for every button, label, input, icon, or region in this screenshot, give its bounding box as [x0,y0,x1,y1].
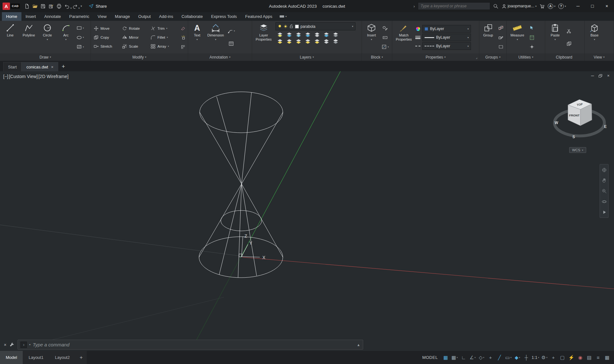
move-button[interactable]: Move [93,24,121,33]
circle-button[interactable]: Circle [38,21,57,53]
zoom-button[interactable] [601,187,608,195]
create-block-button[interactable] [380,25,389,32]
save-as-button[interactable] [47,2,55,10]
ortho-mode-toggle[interactable]: ∟ [459,353,468,362]
tab-output[interactable]: Output [134,12,155,21]
stretch-button[interactable]: Stretch [93,42,121,51]
viewcube-front-label[interactable]: FRONT [569,114,580,117]
group-selection-button[interactable] [496,44,505,51]
tab-featured-apps[interactable]: Featured Apps [241,12,276,21]
workspace-switching-button[interactable]: ⚙ [540,353,549,362]
layer-match-button[interactable] [313,31,321,37]
layout-tab-model[interactable]: Model [0,351,23,364]
viewport-close-icon[interactable]: × [607,73,610,78]
orbit-button[interactable] [601,198,608,205]
linetype-icon[interactable] [415,44,421,49]
rectangle-tool-button[interactable] [76,25,84,32]
paste-button[interactable]: Paste [546,21,564,53]
autodesk-app-button[interactable]: A▾ [548,4,555,9]
search-input[interactable] [421,4,487,8]
object-color-icon[interactable] [415,26,421,31]
layer-unlock-all-button[interactable] [295,38,302,44]
isolate-objects-button[interactable]: ▢ [558,353,567,362]
file-tab-start[interactable]: Start [3,62,21,71]
fillet-button[interactable]: Fillet [150,33,178,42]
viewport-minimize-icon[interactable]: ─ [591,73,594,78]
close-button[interactable]: × [600,0,614,12]
showmotion-button[interactable] [601,208,608,216]
match-properties-button[interactable]: Match Properties [393,21,414,53]
layer-properties-button[interactable]: Layer Properties [253,21,274,53]
lineweight-icon[interactable] [415,35,421,40]
quick-select-button[interactable] [527,25,536,32]
status-overflow-button[interactable]: ▦ [603,353,611,362]
tab-annotate[interactable]: Annotate [40,12,65,21]
annotation-monitor-button[interactable]: ◉ [576,353,585,362]
tab-manage[interactable]: Manage [111,12,134,21]
layer-thaw-all-button[interactable] [285,38,293,44]
insert-block-button[interactable]: Insert [363,21,380,53]
viewport-restore-icon[interactable] [599,74,602,77]
navigation-wheel-button[interactable] [601,166,608,174]
account-menu[interactable]: joaopmarque... ▾ [501,4,537,9]
panel-label-view[interactable]: View [585,53,614,61]
isometric-drafting-toggle[interactable]: ◇ [477,353,486,362]
help-menu[interactable]: ?▾ [558,4,566,9]
layer-copy-to-button[interactable] [313,38,321,44]
new-file-button[interactable] [23,2,31,10]
ellipse-tool-button[interactable] [76,34,84,41]
tab-insert[interactable]: Insert [21,12,40,21]
autocad-logo[interactable]: A CAD [3,3,20,10]
offset-button[interactable] [179,44,187,51]
rotate-button[interactable]: Rotate [121,24,150,33]
trim-button[interactable]: Trim [150,24,178,33]
file-tab-close-icon[interactable]: × [51,65,53,69]
layer-off-button[interactable] [276,31,284,37]
model-viewport[interactable]: [−] [Custom View] [2D Wireframe] ─ × [0,71,614,351]
grid-display-toggle[interactable]: ▦ [441,353,450,362]
customization-menu-button[interactable]: ≡ [594,353,602,362]
tab-express-tools[interactable]: Express Tools [207,12,241,21]
command-prompt-caret-icon[interactable]: ▾ [29,343,30,346]
viewcube[interactable]: W E S TOP FRONT WCS [546,95,613,159]
mirror-button[interactable]: Mirror [121,33,150,42]
save-button[interactable] [39,2,47,10]
id-point-button[interactable] [527,44,536,51]
polar-tracking-toggle[interactable]: ∠ [468,353,477,362]
explode-button[interactable] [179,34,187,41]
group-button[interactable]: Group [480,21,496,53]
viewcube-west-label[interactable]: W [554,121,558,125]
tab-home[interactable]: Home [2,12,21,21]
erase-button[interactable] [179,25,187,32]
block-editor-button[interactable] [380,44,389,51]
model-space-label[interactable]: MODEL [422,355,438,360]
base-view-button[interactable]: Base [586,21,603,53]
command-history-icon[interactable]: ▲ [357,343,360,347]
panel-label-modify[interactable]: Modify [91,53,188,61]
app-store-button[interactable] [539,4,545,9]
clean-screen-button[interactable]: ▤ [585,353,594,362]
viewport-view-control[interactable]: [Custom View] [9,74,38,79]
layout-tab-layout2[interactable]: Layout2 [49,351,76,364]
command-input[interactable] [33,342,355,347]
command-customize-button[interactable] [9,342,15,347]
minimize-button[interactable]: ─ [571,0,585,12]
viewcube-east-label[interactable]: E [604,124,607,129]
layer-current-button[interactable] [304,38,312,44]
tab-view[interactable]: View [93,12,111,21]
crosshair-toggle[interactable]: ┼ [522,353,530,362]
panel-label-block[interactable]: Block [362,53,392,61]
qat-customize-button[interactable]: ▾ [79,4,84,8]
dimension-button[interactable]: Dimension [205,21,226,53]
panel-label-layers[interactable]: Layers [252,53,362,61]
copy-clip-button[interactable] [564,40,573,47]
panel-label-groups[interactable]: Groups [479,53,506,61]
layer-on-all-button[interactable] [276,38,284,44]
object-snap-toggle[interactable]: ▭ [504,353,513,362]
viewport-style-control[interactable]: [2D Wireframe] [38,74,68,79]
maximize-button[interactable]: □ [585,0,600,12]
copy-button[interactable]: Copy [93,33,121,42]
define-attributes-button[interactable] [380,34,389,41]
snap-marker-toggle[interactable]: ◆ [513,353,522,362]
polyline-button[interactable]: Polyline [20,21,38,53]
